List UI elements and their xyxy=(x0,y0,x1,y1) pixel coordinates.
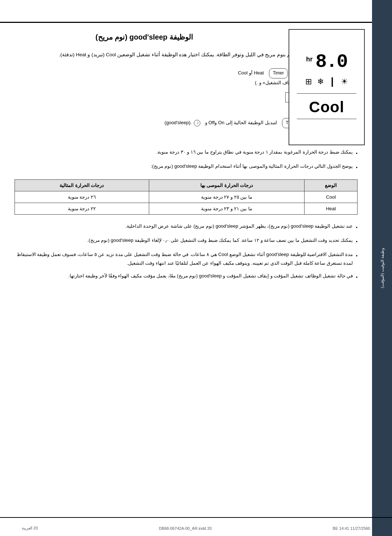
bottom-border xyxy=(0,517,392,518)
bullet-item-2: • عند تشغيل الوظيفة good'sleep (نوم مريح… xyxy=(15,222,358,232)
table-cell-col1: Heat xyxy=(305,203,358,214)
table-row: Coolما بين ٢٥ و ٢٧ درجة منوية٢٦ درجة منو… xyxy=(15,191,358,203)
display-hr: hr xyxy=(306,56,313,63)
note-bullet-text-2: يوضح الجدول التالي درجات الحرارة المثالي… xyxy=(151,162,353,170)
display-digits: 8.0 xyxy=(315,53,347,72)
bullet-item-3: • يمكنك تحديد وقت التشغيل ما بين نصف ساع… xyxy=(15,236,358,246)
table-cell-col3: ٢٢ درجة منوية xyxy=(15,203,149,214)
bullet-dot-4: • xyxy=(356,252,358,260)
footer-area: 11/27/2560 BE 14:41 DB68-06742A-00_AR.in… xyxy=(22,526,370,531)
table-row: Heatما بين ٢١ و ٢٣ درجة منوية٢٢ درجة منو… xyxy=(15,203,358,214)
bullet-dot-3: • xyxy=(356,237,358,246)
sidebar-text: وظيفة التوقيت (المؤقت) xyxy=(380,248,384,288)
display-icons: ☀ | ❄ ⊞ xyxy=(305,76,348,88)
display-bar: | xyxy=(329,76,335,88)
display-top-row: 8.0 hr xyxy=(306,53,347,72)
right-sidebar: وظيفة التوقيت (المؤقت) xyxy=(372,0,392,536)
timer-box-1: Timer xyxy=(269,68,288,78)
snowflake-icon: ❄ xyxy=(317,77,324,86)
bullet-item-5: • في حالة تشغيل الوظائف تشغيل المؤقت و إ… xyxy=(15,272,358,281)
bullet-text-2: عند تشغيل الوظيفة good'sleep (نوم مريح)،… xyxy=(125,222,353,230)
table-col1-header: الوضع xyxy=(305,179,358,191)
footer-left: 11/27/2560 BE 14:41 xyxy=(333,526,370,531)
fan-icon: ⊞ xyxy=(305,77,312,86)
display-line xyxy=(297,93,357,94)
sun-icon: ☀ xyxy=(341,77,348,86)
top-border xyxy=(0,22,392,23)
display-panel: 8.0 hr ☀ | ❄ ⊞ Cool xyxy=(289,29,365,145)
bullet-text-3: يمكنك تحديد وقت التشغيل ما بين نصف ساعة … xyxy=(87,236,353,244)
note-dot-2: • xyxy=(356,163,358,172)
table-cell-col2: ما بين ٢٥ و ٢٧ درجة منوية xyxy=(149,191,305,203)
bullet-dot-5: • xyxy=(356,273,358,281)
display-line2 xyxy=(297,119,357,119)
table-cell-col3: ٢٦ درجة منوية xyxy=(15,191,149,203)
table-cell-col1: Cool xyxy=(305,191,358,203)
note-bullet-text-1: يمكنك ضبط درجة الحرارة المرغوبة بمقدار ١… xyxy=(156,148,353,156)
note-bullet-2: • يوضح الجدول التالي درجات الحرارة المثا… xyxy=(15,162,358,172)
table-col3-header: درجات الحرارة المثالية xyxy=(15,179,149,191)
table-cell-col2: ما بين ٢١ و ٢٣ درجة منوية xyxy=(149,203,305,214)
table-col2-header: درجات الحرارة الموصى بها xyxy=(149,179,305,191)
table-header-row: الوضع درجات الحرارة الموصى بها درجات الح… xyxy=(15,179,358,191)
note-dot-1: • xyxy=(356,149,358,158)
page-container: وظيفة التوقيت (المؤقت) 8.0 hr ☀ | ❄ ⊞ Co… xyxy=(0,0,392,536)
footer-center: DB68-06742A-00_AR.indd 20 xyxy=(159,526,212,531)
bullet-text-5: في حالة تشغيل الوظائف تشغيل المؤقت و إيق… xyxy=(68,272,353,280)
sleep-icon: ☽ xyxy=(194,120,200,126)
footer-right: 20 العربية xyxy=(22,526,38,531)
display-cool: Cool xyxy=(309,98,344,116)
note-bullet-1: • يمكنك ضبط درجة الحرارة المرغوبة بمقدار… xyxy=(15,148,358,158)
temp-table: الوضع درجات الحرارة الموصى بها درجات الح… xyxy=(15,179,358,215)
bullet-dot-2: • xyxy=(356,223,358,232)
bullet-item-4: • مدة التشغيل الافتراضية للوظيفة good'sl… xyxy=(15,250,358,267)
bullet-text-4: مدة التشغيل الافتراضية للوظيفة good'slee… xyxy=(15,250,353,267)
